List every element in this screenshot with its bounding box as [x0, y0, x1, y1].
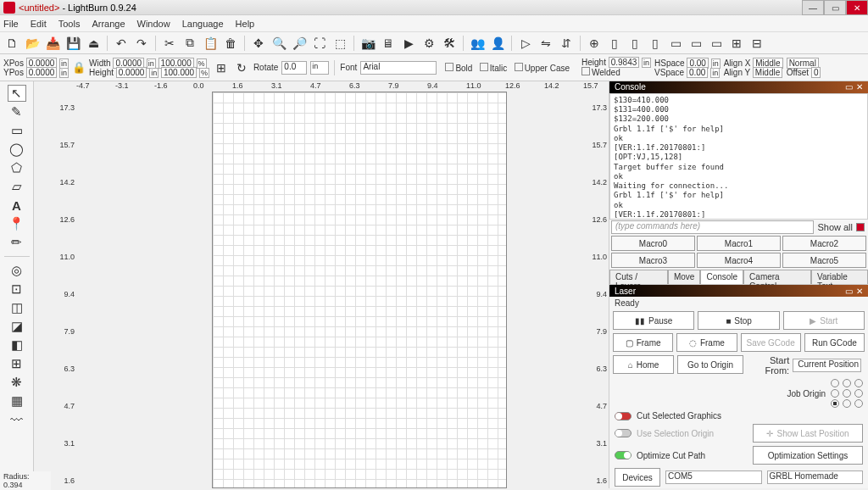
- origin-tc[interactable]: [843, 379, 851, 387]
- origin-mr[interactable]: [854, 389, 863, 398]
- polygon-tool[interactable]: ⬠: [8, 159, 26, 176]
- menu-edit[interactable]: Edit: [31, 19, 47, 29]
- flipv-icon[interactable]: ⇵: [558, 35, 575, 52]
- savegcode-button[interactable]: Save GCode: [741, 333, 801, 352]
- stop-button[interactable]: ■ Stop: [698, 311, 779, 330]
- height-input[interactable]: 0.0000: [116, 67, 147, 78]
- offset-tool[interactable]: ◎: [8, 262, 26, 279]
- undo-icon[interactable]: ↶: [113, 35, 130, 52]
- height-pct[interactable]: 100.000: [161, 67, 197, 78]
- pause-button[interactable]: ▮▮ Pause: [613, 311, 694, 330]
- canvas-area[interactable]: -4.7 -3.1 -1.6 0.0 1.6 3.1 4.7 6.3 7.9 9…: [34, 81, 609, 488]
- position-tool[interactable]: 📍: [8, 215, 26, 232]
- frame-rect-button[interactable]: ▢ Frame: [613, 333, 673, 352]
- origin-ml[interactable]: [831, 389, 839, 398]
- rotarysetup-icon[interactable]: ⊕: [586, 35, 603, 52]
- delete-icon[interactable]: 🗑: [222, 35, 239, 52]
- origin-tl[interactable]: [831, 379, 839, 387]
- exit-icon[interactable]: ⏏: [85, 35, 102, 52]
- alignc-icon[interactable]: ▯: [626, 35, 643, 52]
- distv-icon[interactable]: ⊟: [748, 35, 765, 52]
- ypos-input[interactable]: 0.0000: [26, 67, 58, 78]
- rect-tool[interactable]: ▭: [8, 122, 26, 139]
- cutsel-toggle[interactable]: [615, 412, 632, 420]
- optset-button[interactable]: Optimization Settings: [753, 446, 863, 465]
- close-panel-icon[interactable]: ✕: [856, 287, 863, 296]
- zoomin-icon[interactable]: 🔍: [270, 35, 287, 52]
- startfrom-select[interactable]: Current Position: [793, 359, 861, 372]
- machine-select[interactable]: GRBL Homemade: [767, 471, 864, 484]
- laser-header[interactable]: Laser ▭✕: [609, 285, 868, 297]
- group-icon[interactable]: 👥: [469, 35, 486, 52]
- alignm-icon[interactable]: ▭: [687, 35, 704, 52]
- height-unit[interactable]: in: [149, 68, 159, 78]
- console-header[interactable]: Console ▭✕: [609, 81, 868, 93]
- autojoin-icon[interactable]: ▷: [517, 35, 534, 52]
- tab-move[interactable]: Move: [668, 270, 700, 284]
- zoomout-icon[interactable]: 🔎: [291, 35, 308, 52]
- bold-check[interactable]: [445, 63, 453, 71]
- monitor-icon[interactable]: 🖥: [380, 35, 397, 52]
- font-select[interactable]: Arial: [360, 61, 437, 75]
- path-tool[interactable]: 〰: [8, 411, 26, 428]
- menu-tools[interactable]: Tools: [58, 19, 81, 29]
- settings-icon[interactable]: ⚙: [420, 35, 437, 52]
- booleansub-tool[interactable]: ◪: [8, 318, 26, 335]
- redo-icon[interactable]: ↷: [133, 35, 150, 52]
- anchor-grid-icon[interactable]: ⊞: [213, 59, 230, 76]
- macro2-button[interactable]: Macro2: [782, 236, 866, 251]
- console-log[interactable]: $130=410.000 $131=400.000 $132=200.000 G…: [609, 93, 868, 220]
- disth-icon[interactable]: ⊞: [728, 35, 745, 52]
- editnodes-tool[interactable]: ▱: [8, 178, 26, 195]
- rotate-icon[interactable]: ↻: [233, 59, 250, 76]
- start-button[interactable]: ▶ Start: [783, 311, 865, 330]
- showlast-button[interactable]: ✛ Show Last Position: [753, 424, 863, 443]
- fliph-icon[interactable]: ⇋: [537, 35, 554, 52]
- origin-bc[interactable]: [843, 399, 851, 408]
- maximize-button[interactable]: ▭: [824, 0, 846, 15]
- minimize-button[interactable]: —: [802, 0, 824, 15]
- tab-cuts[interactable]: Cuts / Layers: [609, 270, 668, 284]
- devices-button[interactable]: Devices: [615, 468, 660, 487]
- measure-tool[interactable]: ✏: [8, 234, 26, 251]
- booleanint-tool[interactable]: ◧: [8, 337, 26, 354]
- devicesettings-icon[interactable]: 🛠: [441, 35, 458, 52]
- menu-arrange[interactable]: Arrange: [92, 19, 125, 29]
- radial-tool[interactable]: ❋: [8, 374, 26, 391]
- close-button[interactable]: ✕: [846, 0, 868, 15]
- ypos-unit[interactable]: in: [59, 68, 69, 78]
- grid-tool[interactable]: ⊞: [8, 355, 26, 372]
- macro5-button[interactable]: Macro5: [782, 253, 866, 268]
- zoomsel-icon[interactable]: ⬚: [331, 35, 348, 52]
- menu-language[interactable]: Language: [182, 19, 224, 29]
- optpath-toggle[interactable]: [615, 451, 632, 459]
- macro3-button[interactable]: Macro3: [611, 253, 695, 268]
- pan-icon[interactable]: ✥: [250, 35, 267, 52]
- preview-icon[interactable]: ▶: [400, 35, 417, 52]
- frame-rubber-button[interactable]: ◌ Frame: [676, 333, 737, 352]
- save-icon[interactable]: 💾: [64, 35, 81, 52]
- lock-icon[interactable]: 🔒: [72, 61, 86, 75]
- alignl-icon[interactable]: ▯: [606, 35, 623, 52]
- rotate-unit[interactable]: in: [310, 61, 329, 75]
- close-panel-icon[interactable]: ✕: [856, 82, 863, 92]
- line-tool[interactable]: ✎: [8, 103, 26, 120]
- menu-file[interactable]: File: [3, 19, 19, 29]
- origin-bl[interactable]: [831, 399, 839, 408]
- ellipse-tool[interactable]: ◯: [8, 141, 26, 158]
- showall-check[interactable]: [856, 223, 865, 231]
- menu-help[interactable]: Help: [236, 19, 255, 29]
- tab-console[interactable]: Console: [700, 270, 743, 284]
- new-icon[interactable]: 🗋: [3, 35, 20, 52]
- alignt-icon[interactable]: ▭: [667, 35, 684, 52]
- offset-input[interactable]: 0: [811, 67, 821, 78]
- upper-check[interactable]: [515, 63, 523, 71]
- import-icon[interactable]: 📥: [44, 35, 61, 52]
- usesel-toggle[interactable]: [615, 429, 632, 437]
- goto-origin-button[interactable]: Go to Origin: [677, 355, 743, 374]
- open-icon[interactable]: 📂: [24, 35, 41, 52]
- origin-br[interactable]: [854, 399, 863, 408]
- menu-window[interactable]: Window: [137, 19, 170, 29]
- zoomframe-icon[interactable]: ⛶: [311, 35, 328, 52]
- vspace-input[interactable]: 0.00: [687, 67, 708, 78]
